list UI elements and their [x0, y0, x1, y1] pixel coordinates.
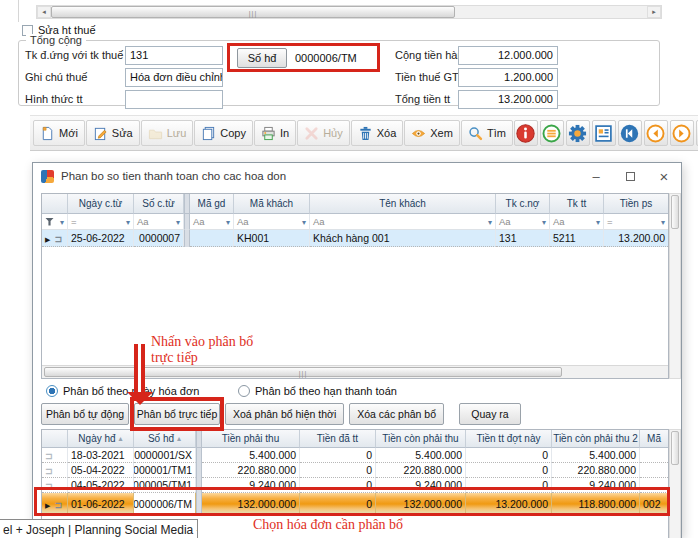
column-header-ten-khach[interactable]: Tên khách [310, 194, 496, 214]
radio-unselected-icon[interactable] [238, 385, 250, 397]
list-icon[interactable] [540, 120, 564, 146]
hinh-thuc-input[interactable] [125, 90, 223, 109]
cell[interactable]: 9.240.000 [552, 478, 640, 493]
scroll-thumb[interactable] [671, 431, 679, 465]
cell[interactable]: 0000007 [134, 230, 184, 247]
cell[interactable]: 0000006/TM [134, 493, 196, 514]
info-icon[interactable] [514, 120, 538, 146]
scroll-right-arrow-icon[interactable] [647, 6, 661, 18]
cell[interactable]: 0000005/TM1 [134, 478, 196, 493]
filter-cell[interactable]: Aa [496, 214, 550, 230]
radio-group-by-due[interactable]: Phân bổ theo hạn thanh toán [238, 385, 397, 397]
xoa-cac-phan-bo-button[interactable]: Xóa các phân bổ [349, 403, 444, 425]
cell[interactable]: 220.880.000 [202, 463, 300, 478]
filter-cell[interactable]: Aa [234, 214, 310, 230]
minimize-icon[interactable] [579, 163, 613, 189]
cell[interactable]: KH001 [234, 230, 310, 247]
copy-button[interactable]: Copy [194, 120, 253, 146]
cell[interactable]: 220.880.000 [376, 463, 466, 478]
radio-selected-icon[interactable] [46, 385, 58, 397]
cell[interactable]: 131 [496, 230, 550, 247]
delete-button[interactable]: Xóa [351, 120, 404, 146]
cell[interactable]: 220.880.000 [552, 463, 640, 478]
cell[interactable]: Khách hàng 001 [310, 230, 496, 247]
cell[interactable]: 118.800.000 [552, 493, 640, 514]
cell[interactable]: 13.200.00 [604, 230, 668, 247]
filter-cell[interactable]: Aa [190, 214, 234, 230]
scroll-thumb[interactable] [51, 6, 455, 18]
scroll-thumb[interactable] [671, 195, 679, 229]
new-button[interactable]: Mới [33, 120, 85, 146]
quay-ra-button[interactable]: Quay ra [459, 403, 521, 425]
xoa-phan-bo-hien-thoi-button[interactable]: Xoá phân bổ hiện thời [225, 403, 344, 425]
column-header-tien-phai-thu[interactable]: Tiền phải thu [202, 430, 300, 448]
view-button[interactable]: Xem [404, 120, 460, 146]
phan-bo-truc-tiep-button[interactable]: Phân bổ trực tiếp [134, 403, 220, 425]
cell[interactable]: 0 [300, 478, 376, 493]
cell[interactable]: 0 [300, 493, 376, 514]
prev-record-icon[interactable] [644, 120, 668, 146]
cell[interactable]: 5.400.000 [376, 448, 466, 463]
filter-cell[interactable]: = [68, 214, 134, 230]
filter-cell[interactable]: Aa [550, 214, 604, 230]
so-hd-button[interactable]: Số hđ [237, 48, 287, 68]
filter-cell[interactable]: Aa [134, 214, 184, 230]
cell[interactable]: 05-04-2022 [68, 463, 134, 478]
next-record-icon[interactable] [670, 120, 694, 146]
phan-bo-tu-dong-button[interactable]: Phân bổ tự động [41, 403, 129, 425]
column-header-so-hd[interactable]: Số hđ [134, 430, 196, 448]
radio-group-by-date[interactable]: Phân bổ theo ngày hóa đơn [46, 385, 199, 397]
cell[interactable]: 04-05-2022 [68, 478, 134, 493]
tong-tien-input[interactable]: 13.200.000 [458, 90, 558, 109]
column-header-tien-con-phai-thu-2[interactable]: Tiền còn phải thu 2 [552, 430, 640, 448]
column-header-tien-ps[interactable]: Tiền ps [604, 194, 668, 214]
find-button[interactable]: Tìm [461, 120, 513, 146]
column-header-tk-cno[interactable]: Tk c.nợ [496, 194, 550, 214]
column-header-tien-da-tt[interactable]: Tiền đã tt [300, 430, 376, 448]
invoice-row[interactable]: 04-05-2022 0000005/TM1 9.240.000 0 9.240… [42, 478, 668, 493]
edit-button[interactable]: Sửa [86, 120, 140, 146]
invoice-row[interactable]: 18-03-2021 0000001/SX 5.400.000 0 5.400.… [42, 448, 668, 463]
tk-dung-input[interactable]: 131 [125, 46, 223, 65]
scroll-left-arrow-icon[interactable] [37, 6, 51, 18]
column-header-ngay-hd[interactable]: Ngày hđ [68, 430, 134, 448]
cell[interactable] [640, 478, 668, 493]
first-record-icon[interactable] [618, 120, 642, 146]
cell[interactable]: 0000001/SX [134, 448, 196, 463]
scroll-track[interactable] [51, 6, 647, 18]
cell[interactable] [640, 448, 668, 463]
filter-row-indicator[interactable] [42, 214, 68, 230]
close-icon[interactable] [647, 163, 681, 189]
cell[interactable]: 13.200.000 [466, 493, 552, 514]
cell[interactable]: 0 [300, 448, 376, 463]
column-header-tien-tt-dot-nay[interactable]: Tiền tt đợt này [466, 430, 552, 448]
cell[interactable]: 9.240.000 [376, 478, 466, 493]
invoice-row[interactable]: 05-04-2022 0000001/TM1 220.880.000 0 220… [42, 463, 668, 478]
cell[interactable] [640, 463, 668, 478]
grid1-vertical-scrollbar[interactable] [669, 193, 681, 379]
column-header-ma-khach[interactable]: Mã khách [234, 194, 310, 214]
dialog-titlebar[interactable]: Phan bo so tien thanh toan cho cac hoa d… [33, 163, 681, 189]
scroll-thumb[interactable] [44, 367, 562, 377]
filter-cell[interactable]: Aa [310, 214, 496, 230]
cell[interactable]: 5211 [550, 230, 604, 247]
cong-tien-input[interactable]: 12.000.000 [458, 46, 558, 65]
invoice-row-selected[interactable]: 01-06-2022 0000006/TM 132.000.000 0 132.… [42, 493, 668, 514]
cell[interactable]: 18-03-2021 [68, 448, 134, 463]
cell[interactable] [190, 230, 234, 247]
cell[interactable]: 01-06-2022 [68, 493, 134, 514]
cell[interactable]: 002 [640, 493, 668, 514]
report-icon[interactable] [592, 120, 616, 146]
maximize-icon[interactable] [613, 163, 647, 189]
cell[interactable]: 5.400.000 [552, 448, 640, 463]
cell[interactable]: 0000001/TM1 [134, 463, 196, 478]
filter-cell[interactable]: = [604, 214, 668, 230]
column-header-ma-gd[interactable]: Mã gd [190, 194, 234, 214]
settings-gear-icon[interactable] [566, 120, 590, 146]
column-header-ma[interactable]: Mã [640, 430, 668, 448]
cell[interactable]: 0 [466, 463, 552, 478]
cell[interactable]: 132.000.000 [202, 493, 300, 514]
column-header-tien-con-phai-thu[interactable]: Tiền còn phải thu [376, 430, 466, 448]
print-button[interactable]: In [254, 120, 296, 146]
cell[interactable]: 25-06-2022 [68, 230, 134, 247]
